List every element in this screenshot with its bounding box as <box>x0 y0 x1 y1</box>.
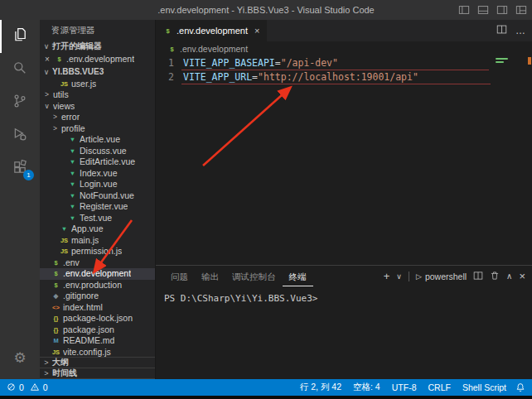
explorer-button[interactable] <box>0 20 40 53</box>
shell-file-icon: $ <box>167 46 177 53</box>
json-file-icon: {} <box>51 324 60 336</box>
file-name: package-lock.json <box>63 313 133 324</box>
notifications-bell-icon[interactable] <box>515 382 525 392</box>
tree-item-editarticle.vue[interactable]: ▼EditArticle.vue <box>40 156 155 168</box>
chevron-down-icon: ∨ <box>42 68 51 76</box>
tree-item-profile[interactable]: >profile <box>40 123 155 135</box>
panel-header: 问题输出调试控制台终端 + ∨ ▷ powershell ∧ × <box>156 266 532 286</box>
tree-item-vite.config.js[interactable]: JSvite.config.js <box>40 347 155 357</box>
tree-item-index.html[interactable]: <>index.html <box>40 302 155 314</box>
minimap[interactable] <box>496 58 524 65</box>
outline-label: 大纲 <box>52 357 69 368</box>
html-file-icon: <> <box>51 302 60 314</box>
settings-button[interactable]: ⚙ <box>0 341 40 374</box>
split-terminal-icon[interactable] <box>473 271 483 282</box>
breadcrumb[interactable]: $ .env.development <box>156 41 532 56</box>
tree-item-utils[interactable]: >utils <box>40 89 155 101</box>
panel-tab-problems[interactable]: 问题 <box>164 267 195 286</box>
toggle-secondary-sidebar-icon[interactable] <box>496 4 508 16</box>
open-editors-section[interactable]: ∨ 打开的编辑器 <box>40 40 155 53</box>
file-name: permission.js <box>71 246 122 257</box>
overview-ruler-mark <box>528 57 531 65</box>
panel-tab-output[interactable]: 输出 <box>195 267 225 286</box>
status-encoding[interactable]: UTF-8 <box>386 382 423 392</box>
tree-item-test.vue[interactable]: ▼Test.vue <box>40 213 155 224</box>
tree-item-package-lock.json[interactable]: {}package-lock.json <box>40 313 155 324</box>
tree-item-article.vue[interactable]: ▼Article.vue <box>40 134 155 146</box>
shell-file-icon: $ <box>51 280 60 291</box>
extensions-badge: 1 <box>23 170 34 180</box>
problems-status[interactable]: 0 0 <box>7 382 48 393</box>
tab-env-development[interactable]: $ .env.development × <box>156 20 268 41</box>
maximize-panel-icon[interactable]: ∧ <box>506 272 512 281</box>
tree-item-notfound.vue[interactable]: ▼NotFound.vue <box>40 190 155 202</box>
tree-item-error[interactable]: >error <box>40 112 155 123</box>
terminal-profile-chevron-icon[interactable]: ∨ <box>396 272 402 281</box>
file-name: views <box>53 101 75 113</box>
terminal-output[interactable]: PS D:\CSharp\Yi\Yi.BBS.Vue3> <box>156 286 532 379</box>
search-button[interactable] <box>0 53 40 86</box>
panel-tab-debug-console[interactable]: 调试控制台 <box>225 267 283 286</box>
tree-item-login.vue[interactable]: ▼Login.vue <box>40 179 155 190</box>
chevron-right-icon: > <box>51 123 59 135</box>
chevron-right-icon: > <box>43 89 51 101</box>
file-name: error <box>61 112 80 123</box>
status-indentation[interactable]: 空格: 4 <box>347 382 386 393</box>
code-line[interactable]: 2VITE_APP_URL="http://localhost:19001/ap… <box>156 70 532 84</box>
panel-tabs: 问题输出调试控制台终端 <box>164 267 313 286</box>
source-control-button[interactable] <box>0 86 40 119</box>
vue-file-icon: ▼ <box>68 168 77 180</box>
tree-item-main.js[interactable]: JSmain.js <box>40 235 155 247</box>
close-tab-icon[interactable]: × <box>254 26 259 36</box>
tree-item-.env.development[interactable]: $.env.development <box>40 268 155 280</box>
terminal-instance-item[interactable]: ▷ powershell <box>416 272 467 281</box>
chevron-right-icon: > <box>51 112 59 123</box>
run-debug-button[interactable] <box>0 119 40 152</box>
tree-item-package.json[interactable]: {}package.json <box>40 324 155 336</box>
split-editor-icon[interactable] <box>496 24 507 37</box>
file-name: Login.vue <box>80 179 118 190</box>
more-actions-icon[interactable]: … <box>515 25 525 36</box>
minimap-added-mark <box>496 58 508 60</box>
file-name: .gitignore <box>63 291 99 302</box>
file-name: Article.vue <box>80 134 120 146</box>
tree-item-.env.production[interactable]: $.env.production <box>40 280 155 291</box>
tree-item-discuss.vue[interactable]: ▼Discuss.vue <box>40 146 155 157</box>
project-section-header[interactable]: ∨ YI.BBS.VUE3 <box>40 65 155 79</box>
activity-bar: 1 ⚙ <box>0 20 40 379</box>
code-line[interactable]: 1VITE_APP_BASEAPI="/api-dev" <box>156 56 532 70</box>
status-language-mode[interactable]: Shell Script <box>457 382 512 392</box>
customize-layout-icon[interactable] <box>515 4 527 16</box>
status-cursor-position[interactable]: 行 2, 列 42 <box>294 382 347 393</box>
tree-item-permission.js[interactable]: JSpermission.js <box>40 246 155 257</box>
close-panel-icon[interactable]: × <box>519 270 525 282</box>
status-eol[interactable]: CRLF <box>422 382 456 392</box>
code-editor[interactable]: 1VITE_APP_BASEAPI="/api-dev"2VITE_APP_UR… <box>156 56 532 265</box>
file-name: index.html <box>63 302 103 314</box>
tree-item-user.js[interactable]: JSuser.js <box>40 79 155 90</box>
tree-item-readme.md[interactable]: MREADME.md <box>40 335 155 347</box>
tree-item-index.vue[interactable]: ▼Index.vue <box>40 168 155 180</box>
tree-item-views[interactable]: ∨views <box>40 101 155 113</box>
toggle-panel-icon[interactable] <box>477 4 489 16</box>
kill-terminal-icon[interactable] <box>490 271 500 282</box>
tree-item-app.vue[interactable]: ▼App.vue <box>40 224 155 235</box>
tree-item-.gitignore[interactable]: ◆.gitignore <box>40 291 155 302</box>
close-editor-icon[interactable]: × <box>45 55 52 64</box>
new-terminal-icon[interactable]: + <box>384 270 390 282</box>
panel-tab-terminal[interactable]: 终端 <box>283 267 313 286</box>
toggle-sidebar-icon[interactable] <box>458 4 470 16</box>
token-string: "/api-dev" <box>281 56 338 70</box>
terminal-prompt: PS D:\CSharp\Yi\Yi.BBS.Vue3> <box>164 293 317 304</box>
timeline-section[interactable]: > 时间线 <box>40 368 155 379</box>
tree-item-.env[interactable]: $.env <box>40 257 155 269</box>
file-name: NotFound.vue <box>80 190 134 202</box>
extensions-button[interactable]: 1 <box>0 152 40 185</box>
file-name: Index.vue <box>80 168 118 180</box>
vue-file-icon: ▼ <box>68 179 77 190</box>
open-editor-item[interactable]: × $ .env.development <box>40 53 155 65</box>
chevron-down-icon: ∨ <box>43 101 51 113</box>
open-editor-file-name: .env.development <box>66 54 134 64</box>
minimap-added-mark <box>496 61 504 63</box>
tree-item-register.vue[interactable]: ▼Register.vue <box>40 201 155 213</box>
